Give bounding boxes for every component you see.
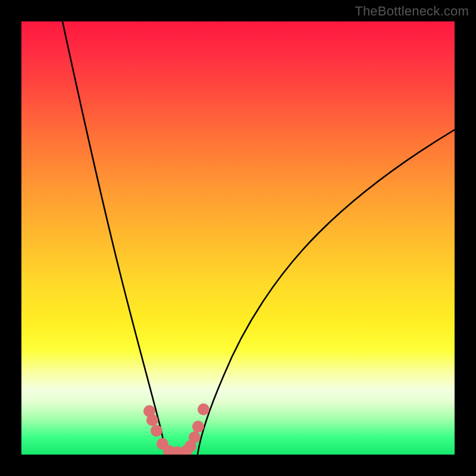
watermark-text: TheBottleneck.com [355,4,469,19]
svg-point-10 [198,403,209,415]
plot-area [21,21,455,455]
svg-point-8 [189,431,201,443]
chart-frame: TheBottleneck.com [0,0,476,476]
svg-point-9 [192,421,204,433]
svg-point-2 [151,425,162,437]
right-curve [198,130,455,455]
left-curve [62,21,166,455]
curve-layer [21,21,455,455]
svg-point-1 [146,414,158,426]
